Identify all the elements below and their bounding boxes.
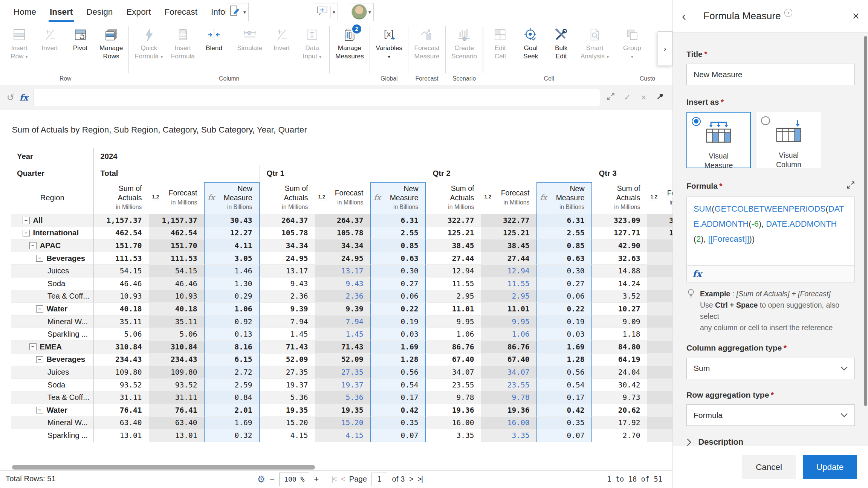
simulate-button[interactable]: Simulate (233, 24, 266, 52)
row-label-beverages[interactable]: −Beverages (11, 354, 93, 366)
collapse-icon[interactable]: − (29, 242, 37, 249)
collapse-icon[interactable]: − (23, 230, 30, 237)
expand-formula-icon[interactable] (605, 92, 617, 103)
cell[interactable]: 14.88 (592, 265, 647, 278)
cell[interactable]: 0.19 (536, 316, 592, 328)
cell[interactable]: 63.40 (149, 417, 204, 430)
tab-export[interactable]: Export (119, 3, 157, 23)
cell[interactable]: 86.76 (426, 341, 481, 354)
cell[interactable]: 9.78 (426, 391, 481, 404)
column-header-new-measure[interactable]: fxNew Measurein Billions (370, 182, 426, 215)
cell[interactable]: 38.45 (481, 239, 536, 252)
cell[interactable]: 71.43 (260, 341, 315, 354)
invert-rows-button[interactable]: Invert (35, 24, 65, 52)
cell[interactable]: 0.13 (204, 328, 260, 341)
cell[interactable]: 4.15 (315, 429, 370, 442)
cell[interactable]: 7.94 (315, 316, 370, 328)
cell[interactable]: 1.69 (370, 341, 426, 354)
cell[interactable]: 1.06 (481, 328, 536, 341)
smart-analysis-button[interactable]: SmartAnalysis ▾ (576, 24, 613, 60)
cell[interactable]: 0.85 (370, 239, 426, 252)
cell[interactable]: 84.80 (647, 341, 673, 354)
row-aggregation-select[interactable]: Formula (686, 404, 855, 426)
cell[interactable]: 0.30 (370, 265, 426, 278)
tab-design[interactable]: Design (79, 3, 119, 23)
insert-row-button[interactable]: InsertRow ▾ (4, 24, 35, 60)
cell[interactable]: 3.35 (426, 429, 481, 442)
cell[interactable]: 9.09 (647, 316, 673, 328)
cell[interactable]: 9.43 (260, 278, 315, 290)
row-label-beverages[interactable]: −Beverages (11, 252, 93, 265)
cell[interactable]: 42.90 (647, 239, 673, 252)
cell[interactable]: 310.84 (149, 341, 204, 354)
cell[interactable]: 14.24 (647, 278, 673, 290)
cell[interactable]: 40.18 (149, 303, 204, 316)
cell[interactable]: 0.32 (204, 429, 260, 442)
goal-seek-button[interactable]: GoalSeek (515, 24, 546, 60)
cell[interactable]: 16.00 (426, 417, 481, 430)
cell[interactable]: 1.69 (204, 417, 260, 430)
cell[interactable]: 127.71 (647, 227, 673, 240)
cell[interactable]: 15.20 (260, 417, 315, 430)
cell[interactable]: 1.46 (204, 265, 260, 278)
cell[interactable]: 0.07 (536, 429, 592, 442)
column-header-forecast[interactable]: 1.2Forecastin Millions (481, 182, 536, 215)
cell[interactable]: 1.18 (592, 328, 647, 341)
cell[interactable]: 7.94 (260, 316, 315, 328)
cell[interactable]: 12.27 (204, 227, 260, 240)
forecast-measure-button[interactable]: ForecastMeasure (410, 24, 443, 60)
cell[interactable]: 52.09 (315, 354, 370, 366)
option-visual-measure[interactable]: Visual Measure (686, 112, 751, 168)
column-header-sum-of-actuals[interactable]: Sum of Actualsin Millions (426, 182, 481, 215)
cell[interactable]: 5.36 (260, 391, 315, 404)
cell[interactable]: 4.11 (204, 239, 260, 252)
horizontal-scrollbar-thumb[interactable] (12, 465, 315, 470)
cell[interactable]: 2.36 (315, 290, 370, 303)
cell[interactable]: 2.70 (592, 429, 647, 442)
cell[interactable]: 9.43 (315, 278, 370, 290)
cell[interactable]: 264.37 (260, 214, 315, 227)
cell[interactable]: 0.35 (370, 417, 426, 430)
description-toggle[interactable]: Description (686, 437, 855, 446)
blend-button[interactable]: Blend (199, 24, 229, 52)
cell[interactable]: 151.70 (93, 239, 149, 252)
cell[interactable]: 0.30 (536, 265, 592, 278)
cell[interactable]: 20.62 (647, 404, 673, 417)
manage-rows-button[interactable]: ManageRows (96, 24, 127, 60)
cell[interactable]: 2.59 (204, 379, 260, 392)
cell[interactable]: 64.19 (592, 354, 647, 366)
cell[interactable]: 323.09 (647, 214, 673, 227)
cell[interactable]: 1,157.37 (93, 214, 149, 227)
cell[interactable]: 0.56 (370, 366, 426, 379)
cell[interactable]: 23.55 (426, 379, 481, 392)
group-button[interactable]: Group▾ (617, 24, 648, 60)
cell[interactable]: 14.88 (647, 265, 673, 278)
collapse-icon[interactable]: − (29, 343, 37, 351)
cell[interactable]: 93.52 (93, 379, 149, 392)
title-input[interactable]: New Measure (686, 64, 855, 85)
cell[interactable]: 71.43 (315, 341, 370, 354)
cell[interactable]: 0.07 (370, 429, 426, 442)
horizontal-scrollbar[interactable] (0, 464, 672, 471)
cell[interactable]: 1.28 (370, 354, 426, 366)
cell[interactable]: 5.06 (149, 328, 204, 341)
row-label-sparkling[interactable]: Sparkling ... (11, 429, 93, 442)
cell[interactable]: 5.06 (93, 328, 149, 341)
cell[interactable]: 31.11 (93, 391, 149, 404)
column-header-forecast[interactable]: 1.2Forecastin Millions (315, 182, 370, 215)
cell[interactable]: 2.95 (426, 290, 481, 303)
cell[interactable]: 19.36 (481, 404, 536, 417)
cell[interactable]: 3.52 (592, 290, 647, 303)
row-label-juices[interactable]: Juices (11, 366, 93, 379)
cell[interactable]: 17.92 (647, 417, 673, 430)
cell[interactable]: 127.71 (592, 227, 647, 240)
cell[interactable]: 10.27 (647, 303, 673, 316)
cell[interactable]: 27.35 (315, 366, 370, 379)
row-label-mineral-w[interactable]: Mineral W... (11, 316, 93, 328)
quick-formula-button[interactable]: QuickFormula ▾ (131, 24, 167, 60)
row-label-sparkling[interactable]: Sparkling ... (11, 328, 93, 341)
cell[interactable]: 6.15 (204, 354, 260, 366)
cell[interactable]: 24.04 (592, 366, 647, 379)
first-page-button[interactable]: |< (331, 475, 336, 483)
cell[interactable]: 30.42 (592, 379, 647, 392)
